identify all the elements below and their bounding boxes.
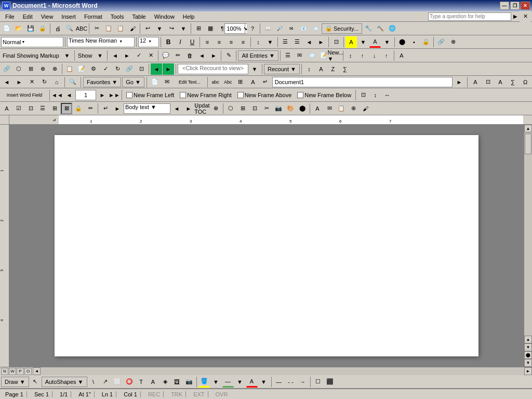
line-style-btn[interactable]: — — [273, 376, 285, 388]
outline-view-button[interactable]: O — [24, 368, 32, 375]
hscroll-track[interactable] — [41, 367, 524, 375]
line-color-btn[interactable]: — — [222, 376, 234, 388]
line-color-dropdown[interactable]: ▼ — [234, 376, 246, 388]
dash-style-btn[interactable]: - - — [285, 376, 297, 388]
scroll-track[interactable] — [524, 132, 532, 336]
line-btn[interactable]: \ — [88, 376, 99, 388]
hscroll-right-button[interactable]: ► — [524, 367, 532, 375]
menu-format[interactable]: Format — [80, 12, 107, 21]
tools-btn2[interactable]: 🔧 — [363, 23, 374, 34]
sort-btn[interactable]: ↕ — [345, 50, 356, 61]
web-btn[interactable]: 🌐 — [387, 23, 398, 34]
forward-button[interactable]: ► — [14, 76, 25, 88]
show-label[interactable]: Show — [76, 52, 94, 59]
print-preview-button[interactable]: 🔍 — [64, 23, 75, 34]
doc-btn1[interactable]: 📄 — [149, 76, 161, 88]
markup-dropdown[interactable]: ▼ — [61, 50, 73, 61]
extra-b2[interactable]: A — [315, 63, 327, 75]
draw-select-btn[interactable]: ↖ — [30, 376, 41, 388]
all-entries-dropdown[interactable]: All Entries ▼ — [238, 50, 278, 61]
f2-extra7[interactable]: ⬤ — [297, 103, 308, 114]
extra-btn2[interactable]: ⊕ — [447, 36, 459, 48]
extra-b1[interactable]: ↕ — [303, 63, 315, 75]
address-input[interactable] — [272, 77, 453, 87]
close-button[interactable]: ✕ — [521, 2, 530, 10]
sort-btn3[interactable]: ↓ — [369, 50, 380, 61]
font-color2-dropdown[interactable]: ▼ — [258, 376, 270, 388]
toc-btn[interactable]: 📋 — [64, 63, 75, 75]
f2-btn7[interactable]: ✏ — [85, 103, 96, 114]
scroll-page-up[interactable]: ▲ — [524, 336, 532, 343]
highlight-dropdown[interactable]: ▼ — [357, 36, 369, 48]
menu-window[interactable]: Window — [150, 12, 179, 21]
vertical-scrollbar[interactable]: ▲ ▲ ▼ ⬤ ▼ — [524, 125, 532, 367]
extra-d2[interactable]: ↕ — [369, 89, 381, 101]
extra-a1[interactable]: 🔗 — [1, 63, 12, 75]
underline-button[interactable]: U — [187, 36, 198, 48]
print-button[interactable]: 🖨 — [52, 23, 63, 34]
browse-prev-button[interactable]: ◄ — [151, 63, 162, 75]
next-comment-button[interactable]: ► — [208, 50, 219, 61]
align-right-button[interactable]: ≡ — [225, 36, 237, 48]
format-painter-button[interactable]: 🖌 — [127, 23, 138, 34]
rect-btn[interactable]: ⬜ — [112, 376, 123, 388]
help-search-input[interactable] — [428, 12, 511, 21]
close-help-button[interactable]: ✕ — [520, 11, 531, 22]
font-color-dropdown[interactable]: ▼ — [381, 36, 393, 48]
undo-dropdown[interactable]: ▼ — [154, 23, 165, 34]
mail3-button[interactable]: 📨 — [310, 23, 321, 34]
f2-extra4[interactable]: ✂ — [261, 103, 272, 114]
accept-button[interactable]: ✓ — [133, 50, 144, 61]
table-button[interactable]: ⊞ — [193, 23, 204, 34]
redo-button[interactable]: ↪ — [166, 23, 177, 34]
extra-a2[interactable]: ⬡ — [13, 63, 24, 75]
edit-comment-button[interactable]: ✏ — [172, 50, 183, 61]
justify-button[interactable]: ≡ — [237, 36, 249, 48]
f2-btn4[interactable]: ☰ — [37, 103, 48, 114]
prev-change-button[interactable]: ◄ — [109, 50, 121, 61]
f2-extra2[interactable]: ⊞ — [237, 103, 248, 114]
extra-b4[interactable]: ∑ — [339, 63, 351, 75]
f2-btn1[interactable]: A — [1, 103, 12, 114]
research-button[interactable]: 🔎 — [274, 23, 285, 34]
toc-btn3[interactable]: ⚙ — [88, 63, 99, 75]
prev-page-btn[interactable]: ◄ — [63, 89, 75, 101]
bold-button[interactable]: B — [163, 36, 174, 48]
comment-button[interactable]: 💬 — [160, 50, 171, 61]
markup-label[interactable]: Final Showing Markup — [1, 52, 61, 59]
extra-c2[interactable]: ⊡ — [482, 76, 494, 88]
web-view-button[interactable]: W — [9, 368, 16, 375]
last-page-btn[interactable]: ►► — [109, 89, 120, 101]
menu-file[interactable]: File — [1, 12, 19, 21]
toc-btn4[interactable]: ✓ — [100, 63, 111, 75]
body-text-dropdown[interactable]: Body text ▼ — [124, 103, 170, 114]
font-dropdown[interactable]: Times New Roman ▼ — [67, 37, 135, 47]
scroll-down-button[interactable]: ▼ — [524, 359, 532, 367]
redo-dropdown[interactable]: ▼ — [178, 23, 189, 34]
edit-text-btn[interactable]: Edit Text... — [174, 76, 205, 88]
document-page[interactable] — [55, 135, 478, 356]
f2-extra11[interactable]: ⊕ — [348, 103, 359, 114]
menu-table[interactable]: Table — [128, 12, 150, 21]
dot-icon[interactable]: • — [408, 36, 420, 48]
abc-btn[interactable]: abc — [210, 76, 221, 88]
new-frame-right-button[interactable]: New Frame Right — [177, 91, 234, 99]
sort-btn4[interactable]: ↑ — [381, 50, 392, 61]
undo-button[interactable]: ↩ — [142, 23, 153, 34]
zoom-dropdown-btn[interactable]: 100% — [232, 23, 243, 34]
search-web-button[interactable]: 🔍 — [67, 76, 78, 88]
document-canvas[interactable] — [9, 125, 524, 367]
oval-btn[interactable]: ⭕ — [124, 376, 135, 388]
update-toc-btn[interactable]: Update TOC — [198, 103, 209, 114]
extra-a5[interactable]: ⊗ — [49, 63, 60, 75]
bullets-button[interactable]: ☰ — [280, 36, 291, 48]
f2-btn6[interactable]: 🔒 — [73, 103, 84, 114]
f2-btn10[interactable]: ◄ — [171, 103, 182, 114]
scroll-thumb[interactable] — [525, 134, 531, 154]
circle-icon[interactable]: ⬤ — [396, 36, 408, 48]
toc-extra1[interactable]: ⊕ — [210, 103, 221, 114]
permission-button[interactable]: 🔒 — [37, 23, 48, 34]
extra-a3[interactable]: ⊞ — [25, 63, 36, 75]
line-spacing-button[interactable]: ↕ — [252, 36, 264, 48]
extra-review-btn1[interactable]: ☰ — [282, 50, 294, 61]
